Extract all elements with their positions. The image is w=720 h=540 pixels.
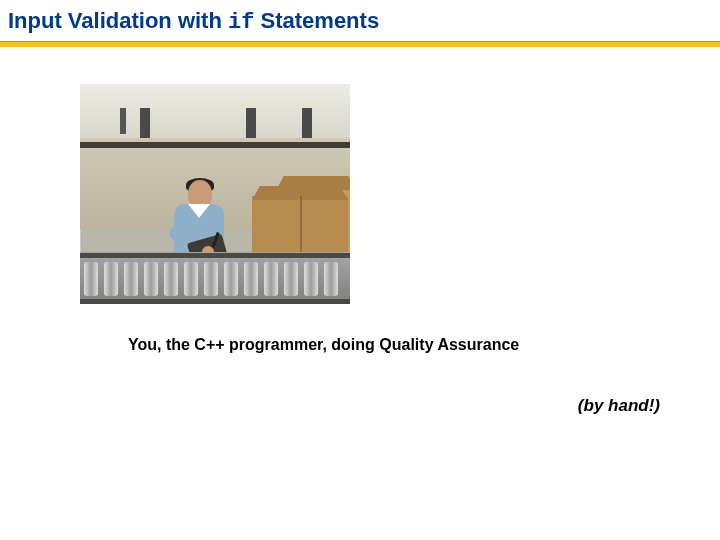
- image-light-fixture: [246, 108, 256, 140]
- title-underline: [0, 41, 720, 47]
- image-light-fixture: [140, 108, 150, 140]
- slide: Input Validation with if Statements: [0, 0, 720, 540]
- title-bar: Input Validation with if Statements: [0, 0, 720, 35]
- figure-subcaption: (by hand!): [578, 396, 660, 416]
- image-shelf: [80, 142, 350, 148]
- title-prefix: Input Validation with: [8, 8, 228, 33]
- title-suffix: Statements: [254, 8, 379, 33]
- image-light-fixture: [302, 108, 312, 140]
- hero-image: [80, 84, 350, 304]
- slide-title: Input Validation with if Statements: [8, 8, 720, 35]
- title-code-keyword: if: [228, 10, 254, 35]
- figure-caption: You, the C++ programmer, doing Quality A…: [128, 336, 519, 354]
- image-conveyor: [80, 252, 350, 304]
- image-light-fixture: [120, 108, 126, 134]
